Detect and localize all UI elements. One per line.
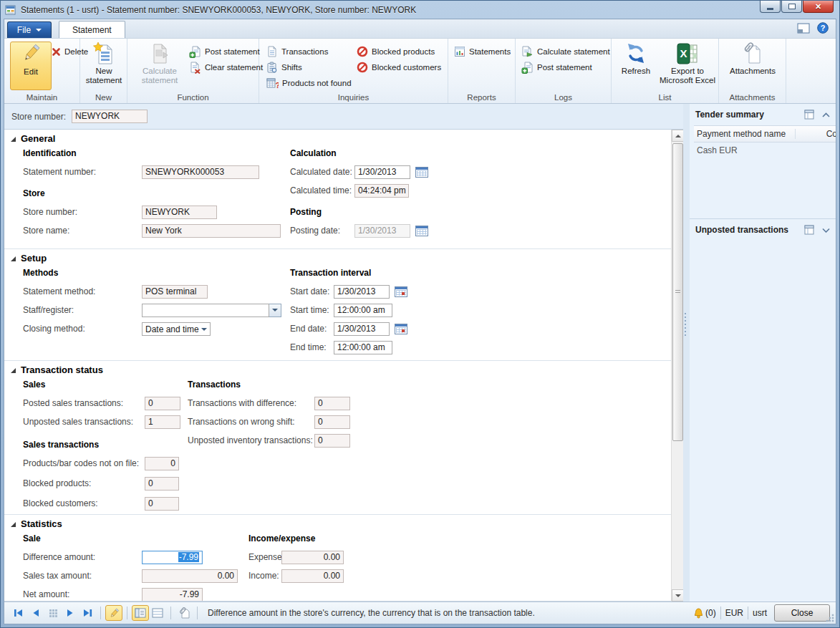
post-statement-log-label: Post statement [537, 63, 592, 72]
unposted-sales-transactions-field[interactable]: 1 [145, 415, 180, 429]
edit-button[interactable]: Edit [10, 42, 52, 90]
calculate-log-icon [521, 46, 534, 57]
difference-amount-value: -7.99 [178, 552, 199, 562]
products-not-on-file-field[interactable]: 0 [145, 457, 179, 470]
calculate-statement-button[interactable]: Calculate statement [139, 42, 180, 90]
notifications-bell-icon[interactable] [693, 608, 704, 619]
file-menu-button[interactable]: File [7, 21, 52, 38]
section-setup-header[interactable]: Setup [4, 249, 671, 266]
refresh-button[interactable]: Refresh [616, 42, 656, 90]
help-icon[interactable]: ? [817, 22, 829, 34]
blocked-customers-button[interactable]: Blocked customers [357, 60, 441, 74]
posting-date-field[interactable]: 1/30/2013 [354, 224, 410, 238]
blocked-products-button[interactable]: Blocked products [357, 44, 435, 59]
grid-view-button[interactable] [44, 605, 62, 621]
collapse-up-icon[interactable] [822, 112, 830, 117]
previous-record-button[interactable] [27, 605, 44, 621]
net-amount-field[interactable]: -7.99 [142, 588, 203, 602]
calendar-icon[interactable] [395, 324, 407, 334]
closing-method-dropdown[interactable]: Date and time [142, 322, 211, 336]
details-view-button[interactable] [132, 605, 149, 621]
start-date-field[interactable]: 1/30/2013 [334, 285, 390, 299]
posted-sales-transactions-field[interactable]: 0 [145, 397, 180, 410]
subheader-calculation: Calculation [290, 148, 505, 158]
tender-summary-header[interactable]: Tender summary [690, 104, 836, 125]
calendar-icon[interactable] [415, 167, 428, 178]
notification-count[interactable]: (0) [705, 608, 716, 618]
resize-grip[interactable] [826, 614, 834, 622]
column-payment-method-name[interactable]: Payment method name [694, 129, 796, 139]
transactions-wrong-shift-field[interactable]: 0 [314, 415, 350, 429]
first-record-button[interactable] [10, 605, 27, 621]
export-excel-button[interactable]: X Export to Microsoft Excel [657, 42, 718, 90]
open-in-form-icon[interactable] [804, 225, 815, 235]
edit-mode-button[interactable] [105, 605, 122, 621]
scroll-down-button[interactable] [672, 589, 684, 602]
minimize-button[interactable] [760, 1, 781, 13]
panel-splitter[interactable] [683, 104, 690, 602]
last-record-button[interactable] [79, 605, 96, 621]
document-attachments-button[interactable] [175, 605, 193, 621]
transactions-with-difference-field[interactable]: 0 [314, 397, 350, 410]
tab-statement[interactable]: Statement [59, 21, 125, 38]
store-name-field[interactable]: New York [142, 224, 281, 238]
blocked-customers-count-field[interactable]: 0 [145, 497, 179, 511]
calendar-icon[interactable] [415, 226, 428, 236]
status-message: Difference amount in the store's currenc… [208, 608, 535, 618]
difference-amount-field[interactable]: -7.99 [142, 551, 203, 564]
transactions-button[interactable]: Transactions [266, 44, 328, 59]
income-field[interactable]: 0.00 [281, 569, 344, 583]
currency-indicator[interactable]: EUR [725, 608, 743, 618]
section-general-header[interactable]: General [4, 130, 671, 147]
net-amount-label: Net amount: [23, 589, 142, 599]
scroll-up-button[interactable] [672, 130, 684, 142]
list-view-button[interactable] [149, 605, 166, 621]
clear-statement-button[interactable]: Clear statement [189, 60, 263, 74]
calendar-icon[interactable] [395, 286, 407, 297]
end-time-field[interactable]: 12:00:00 am [334, 341, 392, 354]
unposted-transactions-header[interactable]: Unposted transactions [690, 219, 836, 241]
expand-down-icon[interactable] [822, 228, 830, 233]
expense-field[interactable]: 0.00 [281, 551, 344, 564]
calculate-statement-log-button[interactable]: Calculate statement [521, 44, 610, 59]
products-not-found-button[interactable]: ? Products not found [266, 76, 352, 90]
staff-register-field[interactable] [142, 304, 269, 317]
next-record-button[interactable] [62, 605, 79, 621]
close-button[interactable]: Close [774, 604, 830, 622]
post-statement-button[interactable]: Post statement [189, 44, 260, 59]
unposted-sales-transactions-label: Unposted sales transactions: [23, 417, 145, 427]
pencil-icon [109, 608, 120, 619]
store-number-filter-field[interactable]: NEWYORK [72, 110, 148, 123]
attachments-button[interactable]: Attachments [725, 42, 781, 90]
calculated-date-field[interactable]: 1/30/2013 [354, 165, 410, 179]
close-window-button[interactable]: ✕ [803, 1, 834, 13]
calculated-time-field[interactable]: 04:24:04 pm [354, 184, 409, 198]
transactions-label: Transactions [281, 47, 328, 56]
shifts-button[interactable]: Shifts [266, 60, 302, 74]
unposted-inventory-transactions-field[interactable]: 0 [314, 434, 350, 448]
store-name-label: Store name: [23, 226, 142, 236]
store-number-field[interactable]: NEWYORK [142, 206, 217, 219]
restore-button[interactable] [781, 1, 802, 13]
scrollbar-thumb[interactable] [672, 143, 683, 441]
statements-report-button[interactable]: Statements [454, 44, 511, 59]
blocked-products-count-field[interactable]: 0 [145, 477, 179, 491]
column-counted[interactable]: Counted [796, 129, 836, 139]
user-indicator[interactable]: usrt [753, 608, 767, 618]
sales-tax-amount-field[interactable]: 0.00 [142, 569, 238, 583]
vertical-scrollbar[interactable] [671, 130, 684, 602]
post-statement-label: Post statement [205, 47, 260, 56]
post-statement-log-button[interactable]: Post statement [521, 60, 592, 74]
start-time-field[interactable]: 12:00:00 am [334, 304, 392, 317]
new-statement-button[interactable]: New statement [83, 42, 125, 90]
staff-register-dropdown-button[interactable] [269, 304, 281, 317]
section-transaction-status-header[interactable]: Transaction status [4, 361, 671, 378]
statement-method-field[interactable]: POS terminal [142, 285, 208, 299]
group-label-list: List [612, 93, 718, 102]
section-statistics-header[interactable]: Statistics [4, 515, 671, 532]
end-date-field[interactable]: 1/30/2013 [334, 322, 390, 336]
table-row[interactable]: Cash EUR 0.00 [694, 142, 836, 158]
statement-number-field[interactable]: SNEWYORK000053 [142, 165, 259, 179]
layout-icon[interactable] [797, 23, 810, 34]
open-in-form-icon[interactable] [804, 110, 815, 120]
